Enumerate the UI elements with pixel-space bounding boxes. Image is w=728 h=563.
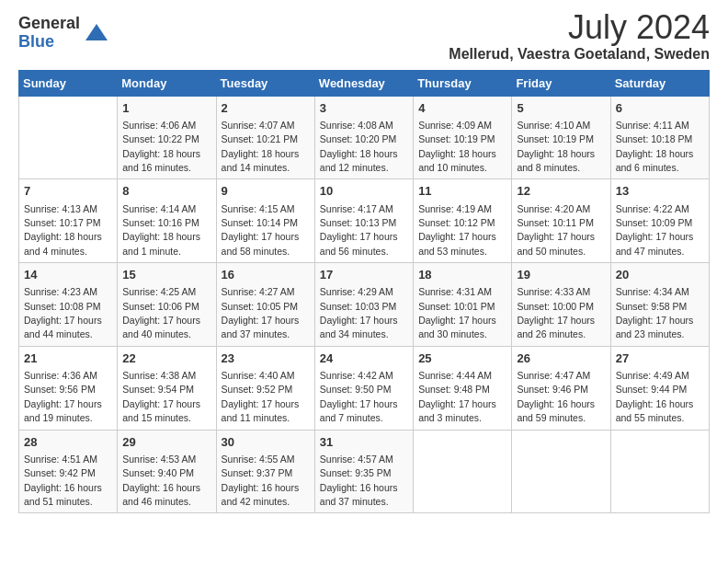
day-info: Sunrise: 4:34 AM Sunset: 9:58 PM Dayligh… [616, 286, 694, 339]
day-number: 20 [616, 267, 704, 283]
day-cell: 20Sunrise: 4:34 AM Sunset: 9:58 PM Dayli… [610, 263, 709, 347]
svg-marker-0 [85, 24, 108, 40]
logo-general: General [18, 15, 80, 33]
header-cell-saturday: Saturday [610, 70, 709, 96]
day-info: Sunrise: 4:14 AM Sunset: 10:16 PM Daylig… [122, 203, 200, 257]
day-cell: 17Sunrise: 4:29 AM Sunset: 10:03 PM Dayl… [314, 263, 413, 347]
day-info: Sunrise: 4:57 AM Sunset: 9:35 PM Dayligh… [320, 454, 398, 507]
day-number: 19 [517, 267, 605, 283]
day-cell: 16Sunrise: 4:27 AM Sunset: 10:05 PM Dayl… [216, 263, 314, 347]
day-cell: 22Sunrise: 4:38 AM Sunset: 9:54 PM Dayli… [118, 346, 216, 430]
day-cell: 6Sunrise: 4:11 AM Sunset: 10:18 PM Dayli… [610, 96, 709, 179]
title-area: July 2024 Mellerud, Vaestra Goetaland, S… [449, 9, 710, 63]
logo: General Blue [18, 15, 109, 52]
logo-text: General Blue [18, 15, 80, 52]
day-info: Sunrise: 4:53 AM Sunset: 9:40 PM Dayligh… [122, 454, 200, 507]
day-cell [610, 430, 709, 513]
day-cell: 25Sunrise: 4:44 AM Sunset: 9:48 PM Dayli… [414, 346, 512, 430]
day-number: 3 [320, 100, 408, 117]
day-number: 14 [24, 267, 112, 283]
day-info: Sunrise: 4:19 AM Sunset: 10:12 PM Daylig… [418, 203, 496, 257]
week-row-1: 1Sunrise: 4:06 AM Sunset: 10:22 PM Dayli… [19, 96, 710, 179]
day-info: Sunrise: 4:55 AM Sunset: 9:37 PM Dayligh… [222, 454, 300, 507]
week-row-5: 28Sunrise: 4:51 AM Sunset: 9:42 PM Dayli… [19, 430, 710, 513]
month-title: July 2024 [449, 9, 710, 46]
day-info: Sunrise: 4:25 AM Sunset: 10:06 PM Daylig… [122, 286, 200, 339]
day-number: 25 [418, 350, 506, 367]
day-info: Sunrise: 4:47 AM Sunset: 9:46 PM Dayligh… [517, 370, 595, 423]
week-row-2: 7Sunrise: 4:13 AM Sunset: 10:17 PM Dayli… [19, 179, 710, 263]
day-number: 7 [24, 183, 112, 200]
day-number: 28 [24, 434, 112, 451]
header-cell-tuesday: Tuesday [216, 70, 314, 96]
day-info: Sunrise: 4:09 AM Sunset: 10:19 PM Daylig… [418, 120, 496, 173]
day-cell: 19Sunrise: 4:33 AM Sunset: 10:00 PM Dayl… [512, 263, 610, 347]
day-number: 22 [122, 350, 210, 367]
day-info: Sunrise: 4:07 AM Sunset: 10:21 PM Daylig… [222, 120, 300, 173]
header-cell-wednesday: Wednesday [314, 70, 413, 96]
day-info: Sunrise: 4:17 AM Sunset: 10:13 PM Daylig… [320, 203, 398, 257]
day-number: 13 [616, 183, 704, 200]
header-cell-monday: Monday [118, 70, 216, 96]
header-row: SundayMondayTuesdayWednesdayThursdayFrid… [19, 70, 710, 96]
day-number: 9 [222, 183, 310, 200]
calendar-table: SundayMondayTuesdayWednesdayThursdayFrid… [18, 70, 710, 514]
day-number: 17 [320, 267, 408, 283]
day-info: Sunrise: 4:29 AM Sunset: 10:03 PM Daylig… [320, 286, 398, 339]
day-cell: 14Sunrise: 4:23 AM Sunset: 10:08 PM Dayl… [19, 263, 118, 347]
day-number: 30 [222, 434, 310, 451]
day-info: Sunrise: 4:51 AM Sunset: 9:42 PM Dayligh… [24, 454, 102, 507]
location-title: Mellerud, Vaestra Goetaland, Sweden [449, 46, 710, 63]
day-info: Sunrise: 4:06 AM Sunset: 10:22 PM Daylig… [122, 120, 200, 173]
day-info: Sunrise: 4:36 AM Sunset: 9:56 PM Dayligh… [24, 370, 102, 423]
day-number: 27 [616, 350, 704, 367]
day-number: 31 [320, 434, 408, 451]
day-cell: 10Sunrise: 4:17 AM Sunset: 10:13 PM Dayl… [314, 179, 413, 263]
day-number: 24 [320, 350, 408, 367]
day-info: Sunrise: 4:13 AM Sunset: 10:17 PM Daylig… [24, 203, 102, 257]
day-info: Sunrise: 4:44 AM Sunset: 9:48 PM Dayligh… [418, 370, 496, 423]
day-info: Sunrise: 4:38 AM Sunset: 9:54 PM Dayligh… [122, 370, 200, 423]
day-number: 18 [418, 267, 506, 283]
day-info: Sunrise: 4:23 AM Sunset: 10:08 PM Daylig… [24, 286, 102, 339]
day-cell: 11Sunrise: 4:19 AM Sunset: 10:12 PM Dayl… [414, 179, 512, 263]
header: General Blue July 2024 Mellerud, Vaestra… [18, 9, 710, 63]
day-cell: 23Sunrise: 4:40 AM Sunset: 9:52 PM Dayli… [216, 346, 314, 430]
day-cell: 29Sunrise: 4:53 AM Sunset: 9:40 PM Dayli… [118, 430, 216, 513]
day-number: 21 [24, 350, 112, 367]
day-info: Sunrise: 4:15 AM Sunset: 10:14 PM Daylig… [222, 203, 300, 257]
day-number: 15 [122, 267, 210, 283]
day-cell [414, 430, 512, 513]
header-cell-thursday: Thursday [414, 70, 512, 96]
day-cell: 13Sunrise: 4:22 AM Sunset: 10:09 PM Dayl… [610, 179, 709, 263]
day-cell: 15Sunrise: 4:25 AM Sunset: 10:06 PM Dayl… [118, 263, 216, 347]
day-info: Sunrise: 4:40 AM Sunset: 9:52 PM Dayligh… [222, 370, 300, 423]
logo-icon [84, 20, 109, 46]
day-cell: 2Sunrise: 4:07 AM Sunset: 10:21 PM Dayli… [216, 96, 314, 179]
day-number: 6 [616, 100, 704, 117]
day-info: Sunrise: 4:27 AM Sunset: 10:05 PM Daylig… [222, 286, 300, 339]
day-info: Sunrise: 4:49 AM Sunset: 9:44 PM Dayligh… [616, 370, 694, 423]
day-info: Sunrise: 4:31 AM Sunset: 10:01 PM Daylig… [418, 286, 496, 339]
day-number: 29 [122, 434, 210, 451]
day-cell: 18Sunrise: 4:31 AM Sunset: 10:01 PM Dayl… [414, 263, 512, 347]
week-row-3: 14Sunrise: 4:23 AM Sunset: 10:08 PM Dayl… [19, 263, 710, 347]
day-cell: 3Sunrise: 4:08 AM Sunset: 10:20 PM Dayli… [314, 96, 413, 179]
logo-blue: Blue [18, 33, 80, 52]
day-cell: 1Sunrise: 4:06 AM Sunset: 10:22 PM Dayli… [118, 96, 216, 179]
day-info: Sunrise: 4:42 AM Sunset: 9:50 PM Dayligh… [320, 370, 398, 423]
day-cell: 27Sunrise: 4:49 AM Sunset: 9:44 PM Dayli… [610, 346, 709, 430]
day-info: Sunrise: 4:10 AM Sunset: 10:19 PM Daylig… [517, 120, 595, 173]
day-info: Sunrise: 4:33 AM Sunset: 10:00 PM Daylig… [517, 286, 595, 339]
day-cell: 21Sunrise: 4:36 AM Sunset: 9:56 PM Dayli… [19, 346, 118, 430]
day-cell: 4Sunrise: 4:09 AM Sunset: 10:19 PM Dayli… [414, 96, 512, 179]
day-info: Sunrise: 4:08 AM Sunset: 10:20 PM Daylig… [320, 120, 398, 173]
day-number: 1 [122, 100, 210, 117]
day-cell [512, 430, 610, 513]
day-cell: 28Sunrise: 4:51 AM Sunset: 9:42 PM Dayli… [19, 430, 118, 513]
day-number: 4 [418, 100, 506, 117]
day-cell: 31Sunrise: 4:57 AM Sunset: 9:35 PM Dayli… [314, 430, 413, 513]
day-info: Sunrise: 4:11 AM Sunset: 10:18 PM Daylig… [616, 120, 694, 173]
day-number: 16 [222, 267, 310, 283]
header-cell-sunday: Sunday [19, 70, 118, 96]
